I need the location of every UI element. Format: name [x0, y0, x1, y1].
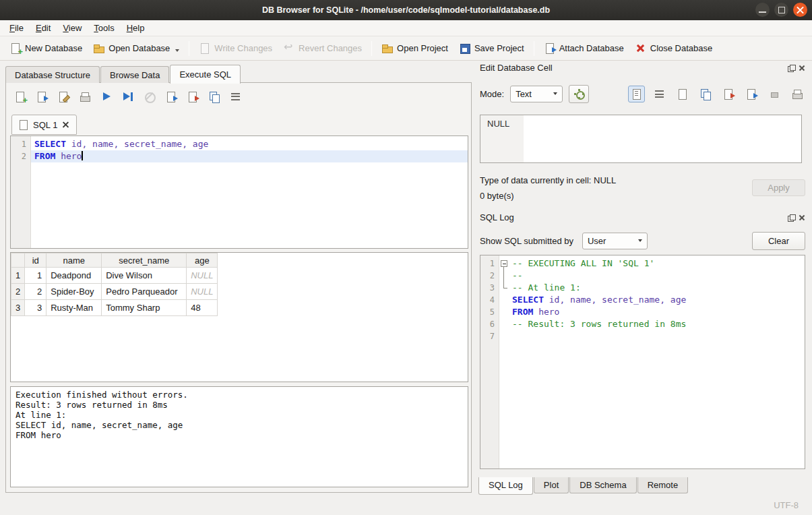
menu-item-view[interactable]: View — [57, 21, 88, 35]
table-cell[interactable]: Spider-Boy — [46, 284, 102, 300]
execute-current-line-icon[interactable] — [122, 91, 133, 102]
new-database-button[interactable]: New Database — [4, 39, 88, 57]
apply-button[interactable]: Apply — [752, 179, 805, 196]
table-cell[interactable]: Tommy Sharp — [102, 300, 187, 316]
new-tab-icon[interactable] — [14, 91, 26, 102]
print-icon[interactable] — [79, 91, 90, 102]
import-icon — [722, 88, 734, 100]
open-sql-file-icon[interactable] — [36, 91, 47, 102]
line-number: 1 — [480, 258, 499, 270]
editor-code-area[interactable]: SELECT id, name, secret_name, ageFROM he… — [31, 136, 468, 248]
editor-line[interactable]: SELECT id, name, secret_name, age — [31, 138, 468, 150]
paste-icon — [699, 88, 711, 100]
sql-editor[interactable]: 12 SELECT id, name, secret_name, ageFROM… — [10, 135, 468, 249]
write-changes-button: Write Changes — [193, 39, 278, 57]
sql-subtab[interactable]: SQL 1 — [11, 115, 77, 135]
fold-collapse-icon[interactable] — [499, 258, 509, 270]
table-cell[interactable]: 48 — [187, 300, 218, 316]
toolbar-button-label: Open Project — [397, 43, 448, 53]
export-button[interactable] — [743, 86, 759, 102]
row-header[interactable]: 1 — [11, 268, 25, 284]
word-wrap-button[interactable] — [651, 86, 668, 102]
line-number: 3 — [480, 282, 499, 294]
table-cell[interactable]: Dive Wilson — [102, 268, 187, 284]
save-sql-file-icon[interactable] — [57, 91, 69, 102]
line-number: 1 — [11, 138, 30, 150]
close-dock-icon[interactable] — [799, 214, 805, 221]
menu-item-help[interactable]: Help — [121, 21, 151, 35]
column-header-name[interactable]: name — [46, 253, 102, 268]
save-project-button[interactable]: Save Project — [454, 39, 530, 57]
tab-database-structure[interactable]: Database Structure — [5, 66, 100, 83]
import-sql-icon[interactable] — [187, 91, 198, 102]
menu-item-tools[interactable]: Tools — [88, 21, 120, 35]
float-dock-icon[interactable] — [788, 65, 794, 71]
close-dock-icon[interactable] — [799, 65, 805, 71]
menu-item-edit[interactable]: Edit — [30, 21, 57, 35]
tab-remote[interactable]: Remote — [637, 477, 689, 493]
toolbar-button-label: Save Project — [474, 43, 524, 53]
sql-log-header: SQL Log — [480, 212, 805, 222]
close-button[interactable] — [793, 3, 807, 17]
table-cell[interactable]: 2 — [25, 284, 46, 300]
column-header-id[interactable]: id — [25, 253, 46, 268]
table-cell[interactable]: 3 — [25, 300, 46, 316]
maximize-button[interactable] — [774, 3, 788, 17]
save-results-icon[interactable] — [208, 91, 220, 102]
paste-button[interactable] — [697, 86, 714, 102]
row-header[interactable]: 2 — [11, 284, 25, 300]
attach-database-button[interactable]: Attach Database — [538, 39, 629, 57]
tab-execute-sql[interactable]: Execute SQL — [170, 65, 241, 84]
editor-line[interactable]: FROM hero — [31, 150, 468, 162]
sql-token: FROM — [512, 307, 538, 317]
close-database-button[interactable]: Close Database — [629, 39, 718, 57]
print-button[interactable] — [788, 86, 805, 102]
open-project-button[interactable]: Open Project — [376, 39, 454, 57]
table-cell[interactable]: NULL — [187, 268, 218, 284]
column-header-age[interactable]: age — [187, 253, 218, 268]
chevron-down-icon[interactable] — [175, 49, 179, 52]
sql-token: -- EXECUTING ALL IN 'SQL 1' — [512, 258, 654, 268]
row-header[interactable]: 3 — [11, 300, 25, 316]
titlebar[interactable]: DB Browser for SQLite - /home/user/code/… — [0, 0, 812, 20]
execute-all-icon[interactable] — [100, 91, 112, 102]
edit-text-button[interactable] — [628, 86, 645, 102]
close-tab-icon[interactable] — [62, 121, 69, 129]
table-cell[interactable]: 1 — [25, 268, 46, 284]
tab-plot[interactable]: Plot — [534, 477, 569, 493]
set-null-button[interactable] — [766, 86, 782, 102]
table-cell[interactable]: NULL — [187, 284, 218, 300]
word-wrap-icon[interactable] — [230, 91, 241, 102]
open-database-button[interactable]: Open Database — [88, 39, 185, 57]
copy-icon — [677, 88, 688, 100]
table-cell[interactable]: Rusty-Man — [46, 300, 102, 316]
menu-item-file[interactable]: File — [3, 21, 30, 35]
float-dock-icon[interactable] — [788, 214, 794, 221]
fold-line — [499, 330, 509, 342]
copy-button[interactable] — [674, 86, 691, 102]
import-button[interactable] — [720, 86, 737, 102]
text-cursor — [82, 151, 83, 160]
new-database-icon — [9, 42, 21, 54]
auto-switch-mode-button[interactable] — [569, 85, 589, 103]
cell-size-info: 0 byte(s) — [480, 191, 514, 201]
log-fold-column[interactable] — [499, 255, 509, 468]
table-cell[interactable]: Pedro Parqueador — [102, 284, 187, 300]
edit-cell-title: Edit Database Cell — [480, 63, 553, 73]
log-filter-combobox[interactable]: User — [582, 233, 648, 249]
sql-token: FROM — [34, 151, 61, 161]
log-line: -- EXECUTING ALL IN 'SQL 1' — [509, 258, 805, 270]
column-header-secret_name[interactable]: secret_name — [102, 253, 187, 268]
export-sql-icon[interactable] — [165, 91, 177, 102]
tab-browse-data[interactable]: Browse Data — [100, 66, 169, 83]
mode-combobox[interactable]: Text — [510, 86, 563, 102]
table-cell[interactable]: Deadpond — [46, 268, 102, 284]
toolbar-button-label: Write Changes — [214, 43, 272, 53]
cell-value-editor[interactable]: NULL — [480, 115, 802, 163]
edit-text-icon — [631, 88, 642, 100]
sql-log-view[interactable]: 1234567 -- EXECUTING ALL IN 'SQL 1'---- … — [480, 255, 805, 469]
tab-sql-log[interactable]: SQL Log — [478, 477, 533, 495]
tab-db-schema[interactable]: DB Schema — [569, 477, 636, 493]
clear-log-button[interactable]: Clear — [752, 232, 805, 250]
minimize-button[interactable] — [755, 3, 770, 17]
